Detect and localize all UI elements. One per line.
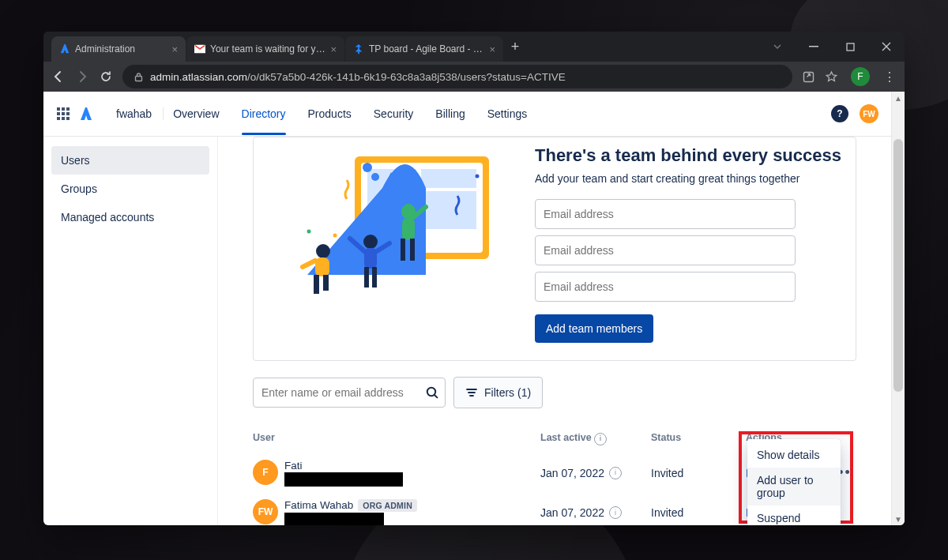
browser-tab-0[interactable]: Administration × [51,36,186,62]
last-active: Jan 07, 2022 i [540,467,651,479]
column-user: User [253,432,540,445]
nav-tab-directory[interactable]: Directory [242,93,286,134]
help-icon[interactable]: ? [831,105,848,122]
menu-item-suspend-access[interactable]: Suspend access [747,506,841,525]
svg-point-36 [333,234,337,238]
jira-icon [353,43,364,54]
search-input[interactable] [253,378,446,408]
menu-item-show-details[interactable]: Show details [747,442,841,468]
column-status: Status [651,432,746,445]
sidebar-item-users[interactable]: Users [51,146,209,175]
svg-rect-7 [66,107,70,111]
atlassian-icon [59,43,70,54]
role-badge: ORG ADMIN [358,499,417,512]
lock-icon [134,72,144,82]
column-last-active: Last active i [540,432,651,445]
url-bar[interactable]: admin.atlassian.com/o/dk57a5b0-426k-141b… [122,65,792,88]
email-input-2[interactable] [535,235,796,265]
url-text: admin.atlassian.com/o/dk57a5b0-426k-141b… [150,71,566,83]
maximize-button[interactable] [832,32,868,62]
close-icon[interactable]: × [330,43,337,55]
info-icon[interactable]: i [594,433,607,445]
menu-item-add-user-to-group[interactable]: Add user to group [747,468,841,506]
user-name[interactable]: Fatima WahabORG ADMIN [284,499,417,512]
window-controls [759,32,905,62]
new-tab-button[interactable]: + [504,39,526,55]
nav-tab-overview[interactable]: Overview [173,93,219,134]
svg-point-32 [316,244,330,258]
svg-point-38 [307,230,311,234]
status: Invited [651,506,746,519]
filters-label: Filters (1) [484,386,531,399]
search-icon[interactable] [425,385,439,400]
avatar[interactable]: FW [860,104,878,123]
svg-rect-3 [136,76,142,81]
scroll-up-icon[interactable]: ▲ [892,92,905,104]
scrollbar[interactable]: ▲ ▼ [891,92,905,525]
app-switcher-icon[interactable] [56,107,70,121]
browser-tab-2[interactable]: TP board - Agile Board - Jira × [345,36,503,62]
svg-rect-9 [62,112,65,115]
tab-label: TP board - Agile Board - Jira [369,43,486,54]
add-team-members-button[interactable]: Add team members [535,314,653,343]
nav-tab-settings[interactable]: Settings [487,93,528,134]
svg-point-23 [363,163,372,172]
primary-nav: OverviewDirectoryProductsSecurityBilling… [173,93,831,134]
org-name[interactable]: fwahab [105,107,164,120]
email-input-3[interactable] [535,272,796,302]
svg-point-37 [476,175,480,179]
redacted-email [284,513,384,526]
redacted-email [284,472,403,487]
sidebar-item-managed-accounts[interactable]: Managed accounts [51,203,209,231]
svg-rect-11 [57,117,60,120]
chevron-down-icon[interactable] [759,32,796,62]
browser-tab-1[interactable]: Your team is waiting for you to jo × [186,36,344,62]
minimize-button[interactable] [796,32,832,62]
svg-rect-5 [57,107,60,111]
nav-tab-products[interactable]: Products [308,93,352,134]
info-icon[interactable]: i [609,506,622,519]
svg-rect-34 [314,275,319,294]
filters-button[interactable]: Filters (1) [453,377,543,408]
close-icon[interactable]: × [489,43,495,55]
browser-tab-strip: Administration × Your team is waiting fo… [43,32,759,62]
nav-tab-security[interactable]: Security [374,93,414,134]
avatar: F [253,460,278,485]
svg-point-20 [371,173,379,181]
browser-titlebar: Administration × Your team is waiting fo… [43,32,905,62]
add-team-banner: There's a team behind every success Add … [253,137,856,361]
close-icon[interactable]: × [171,43,178,55]
tab-label: Your team is waiting for you to jo [210,43,327,54]
nav-tab-billing[interactable]: Billing [435,93,465,134]
app-header: fwahab OverviewDirectoryProductsSecurity… [43,92,891,137]
illustration [276,141,513,314]
reload-button[interactable] [99,70,113,84]
atlassian-logo-icon[interactable] [78,106,94,122]
browser-menu-button[interactable]: ⋮ [882,70,897,85]
svg-rect-12 [62,117,65,120]
svg-rect-6 [62,107,65,111]
close-window-button[interactable] [868,32,905,62]
bookmark-icon[interactable] [825,70,838,84]
share-icon[interactable] [802,70,815,84]
user-name[interactable]: Fati [284,460,403,472]
email-input-1[interactable] [535,199,796,229]
svg-rect-27 [410,239,415,261]
info-icon[interactable]: i [609,467,622,479]
back-button[interactable] [51,70,66,84]
browser-toolbar: admin.atlassian.com/o/dk57a5b0-426k-141b… [43,62,905,92]
forward-button[interactable] [75,70,89,84]
avatar: FW [253,499,278,524]
svg-rect-17 [421,169,476,188]
filter-icon [465,386,478,399]
profile-chip[interactable]: F [851,67,870,86]
scroll-down-icon[interactable]: ▼ [892,513,905,525]
last-active: Jan 07, 2022 i [540,506,651,519]
svg-rect-26 [401,239,405,261]
svg-rect-30 [364,267,369,288]
svg-rect-1 [809,46,818,47]
scrollbar-thumb[interactable] [893,139,903,392]
sidebar-item-groups[interactable]: Groups [51,175,209,203]
svg-rect-8 [57,112,60,115]
gmail-icon [194,43,205,54]
